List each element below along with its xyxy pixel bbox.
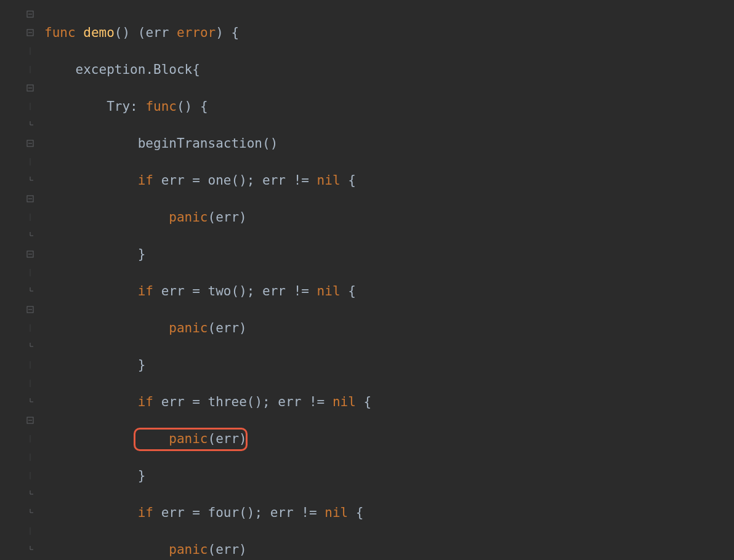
fold-guide (26, 453, 34, 462)
code-line: panic(err) (44, 540, 734, 559)
fold-end-icon[interactable] (26, 176, 34, 185)
fold-guide (26, 324, 34, 332)
fold-guide (26, 47, 34, 55)
fold-collapse-icon[interactable] (26, 250, 34, 258)
code-line: } (44, 356, 734, 374)
gutter-row (0, 134, 38, 153)
fold-end-icon[interactable] (26, 545, 34, 554)
fold-gutter (0, 0, 38, 560)
fold-collapse-icon[interactable] (26, 305, 34, 314)
fold-guide (26, 158, 34, 166)
gutter-row (0, 522, 38, 540)
fold-collapse-icon[interactable] (26, 139, 34, 148)
code-line: Try: func() { (44, 97, 734, 116)
fold-collapse-icon[interactable] (26, 84, 34, 92)
fold-collapse-icon[interactable] (26, 416, 34, 425)
gutter-row (0, 208, 38, 226)
gutter-row (0, 190, 38, 208)
gutter-row (0, 374, 38, 393)
code-line: if err = one(); err != nil { (44, 171, 734, 190)
gutter-row (0, 411, 38, 430)
gutter-row (0, 466, 38, 485)
fold-guide (26, 102, 34, 111)
code-editor[interactable]: func demo() (err error) { exception.Bloc… (38, 0, 734, 560)
gutter-row (0, 393, 38, 411)
gutter-row (0, 263, 38, 282)
code-line: if err = two(); err != nil { (44, 282, 734, 300)
code-line: if err = three(); err != nil { (44, 393, 734, 411)
code-line: func demo() (err error) { (44, 23, 734, 42)
fold-collapse-icon[interactable] (26, 28, 34, 37)
gutter-row (0, 97, 38, 116)
gutter-row (0, 485, 38, 503)
gutter-row (0, 226, 38, 245)
fold-end-icon[interactable] (26, 490, 34, 498)
gutter-row (0, 282, 38, 300)
gutter-row (0, 356, 38, 374)
function-name: demo (83, 25, 115, 40)
keyword-func: func (44, 25, 76, 40)
gutter-row (0, 337, 38, 356)
gutter-row (0, 79, 38, 97)
gutter-row (0, 171, 38, 190)
fold-guide (26, 213, 34, 222)
fold-guide (26, 379, 34, 388)
gutter-row (0, 448, 38, 466)
code-line: } (44, 466, 734, 485)
gutter-row (0, 5, 38, 23)
fold-end-icon[interactable] (26, 121, 34, 129)
gutter-row (0, 503, 38, 522)
fold-guide (26, 434, 34, 443)
fold-end-icon[interactable] (26, 287, 34, 295)
gutter-row (0, 42, 38, 60)
code-line: beginTransaction() (44, 134, 734, 153)
gutter-row (0, 245, 38, 263)
gutter-row (0, 540, 38, 559)
fold-guide (26, 361, 34, 369)
gutter-row (0, 153, 38, 171)
gutter-row (0, 430, 38, 448)
code-line: exception.Block{ (44, 60, 734, 79)
code-line: panic(err) (44, 319, 734, 337)
fold-guide (26, 471, 34, 480)
gutter-row (0, 319, 38, 337)
code-line: if err = four(); err != nil { (44, 503, 734, 522)
fold-collapse-icon[interactable] (26, 10, 34, 18)
fold-end-icon[interactable] (26, 508, 34, 517)
gutter-row (0, 116, 38, 134)
gutter-row (0, 60, 38, 79)
fold-end-icon[interactable] (26, 231, 34, 240)
gutter-row (0, 300, 38, 319)
fold-guide (26, 268, 34, 277)
code-line: panic(err) (44, 430, 734, 448)
code-line: panic(err) (44, 208, 734, 226)
fold-end-icon[interactable] (26, 342, 34, 351)
fold-guide (26, 65, 34, 74)
fold-collapse-icon[interactable] (26, 194, 34, 203)
gutter-row (0, 23, 38, 42)
fold-guide (26, 527, 34, 535)
fold-end-icon[interactable] (26, 398, 34, 406)
code-line: } (44, 245, 734, 263)
